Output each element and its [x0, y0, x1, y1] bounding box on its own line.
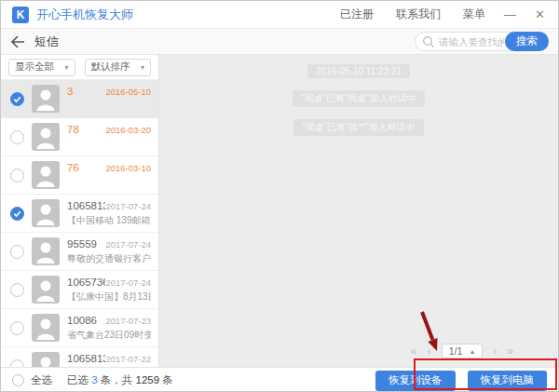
show-all-label: 显示全部 [15, 61, 54, 74]
row-checkbox[interactable] [10, 283, 24, 297]
title-bar: K 开心手机恢复大师 已注册 联系我们 菜单 — ✕ [1, 1, 558, 29]
check-icon [12, 94, 22, 104]
app-logo-icon: K [12, 7, 29, 23]
select-all-label[interactable]: 全选 [31, 373, 52, 387]
date: 2016-03-10 [105, 163, 151, 173]
date: 2016-03-20 [105, 125, 151, 135]
list-item[interactable]: 762016-03-10 [1, 156, 158, 195]
search-input[interactable] [439, 36, 506, 47]
list-item[interactable]: 32016-05-10 [1, 80, 158, 118]
date: 2016-05-10 [105, 87, 151, 97]
footer-bar: 全选 已选 3 条，共 1259 条 恢复到设备 恢复到电脑 [1, 367, 558, 392]
list-item[interactable]: 10658139127...2017-07-22 [1, 347, 158, 367]
row-text: 32016-05-10 [60, 80, 158, 117]
row-checkbox[interactable] [10, 245, 24, 259]
avatar [32, 352, 60, 367]
filter-row: 显示全部 ▾ 默认排序 ▾ [1, 55, 158, 80]
list-item[interactable]: 10657368686...2017-07-24 【弘康中国】8月13日赴瑞士.… [1, 271, 158, 309]
row-checkbox[interactable] [10, 359, 24, 368]
row-text: 100862017-07-23 省气象台23日09时变更高温... [60, 309, 158, 346]
search-button[interactable]: 搜索 [505, 32, 549, 51]
avatar [32, 85, 60, 113]
sender: 3 [67, 86, 73, 97]
chevron-down-icon: ▾ [64, 63, 68, 72]
app-window: K 开心手机恢复大师 已注册 联系我们 菜单 — ✕ 短信 搜索 显示全部 ▾ [0, 0, 559, 392]
sender: 95559 [67, 238, 97, 250]
pagination: « ‹ 1/1 ▲ › » [411, 344, 513, 358]
avatar [32, 276, 60, 304]
contact-us-link[interactable]: 联系我们 [396, 7, 441, 22]
system-message-bubble: “同桌”已将“同桌”加入对话中 [293, 90, 424, 107]
select-all-checkbox[interactable] [12, 374, 24, 386]
message-preview: 尊敬的交通银行客户，特邀... [67, 252, 151, 265]
sort-label: 默认排序 [91, 61, 130, 74]
check-icon [12, 209, 22, 219]
row-text: 10658139127...2017-07-24 【中国移动 139邮箱】139… [60, 195, 158, 232]
message-preview: 【弘康中国】8月13日赴瑞士... [67, 291, 151, 304]
first-page-icon[interactable]: « [411, 345, 417, 357]
back-button[interactable] [10, 35, 25, 48]
row-text: 10657368686...2017-07-24 【弘康中国】8月13日赴瑞士.… [60, 271, 158, 308]
message-preview: 【中国移动 139邮箱】139邮... [67, 214, 151, 227]
date: 2017-07-24 [105, 201, 151, 211]
row-text: 955592017-07-24 尊敬的交通银行客户，特邀... [60, 233, 158, 270]
row-text: 10658139127...2017-07-22 [60, 347, 158, 367]
date: 2017-07-24 [105, 239, 151, 250]
message-preview: 省气象台23日09时变更高温... [67, 329, 151, 342]
sender: 78 [67, 124, 79, 135]
selection-summary: 已选 3 条，共 1259 条 [67, 373, 173, 387]
avatar [32, 314, 60, 342]
row-text: 762016-03-10 [60, 156, 158, 194]
row-checkbox-checked[interactable] [10, 92, 24, 106]
avatar [32, 123, 60, 151]
page-indicator: 1/1 [449, 345, 463, 357]
timestamp-bubble: 2016-05-10 11:23:21 [307, 64, 410, 78]
next-page-icon[interactable]: › [493, 345, 497, 357]
restore-to-device-button[interactable]: 恢复到设备 [375, 371, 456, 391]
row-checkbox[interactable] [10, 169, 24, 182]
toolbar: 短信 搜索 [1, 29, 558, 55]
search-box: 搜索 [415, 32, 549, 51]
prev-page-icon[interactable]: ‹ [428, 345, 431, 357]
date: 2017-07-22 [105, 354, 151, 364]
system-message-bubble: “同桌”已将“徐**”加入对话中 [293, 119, 423, 136]
row-checkbox-checked[interactable] [10, 207, 24, 221]
list-item[interactable]: 782016-03-20 [1, 118, 158, 156]
sender: 76 [67, 162, 79, 173]
sort-dropdown[interactable]: 默认排序 ▾ [85, 59, 152, 76]
row-checkbox[interactable] [10, 130, 24, 144]
minimize-icon[interactable]: — [504, 8, 516, 20]
conversation-list: 32016-05-10 782016-03-20 762016-03-10 [1, 80, 158, 367]
sender: 10657368686... [67, 277, 105, 288]
search-icon [422, 35, 435, 48]
show-all-dropdown[interactable]: 显示全部 ▾ [8, 59, 75, 76]
avatar [32, 199, 60, 227]
row-checkbox[interactable] [10, 321, 24, 335]
message-list-pane: 显示全部 ▾ 默认排序 ▾ 32016-05-10 [1, 55, 159, 367]
total-count: 1259 [136, 374, 160, 385]
menu-link[interactable]: 菜单 [463, 7, 485, 22]
page-selector[interactable]: 1/1 ▲ [442, 344, 484, 358]
row-text: 782016-03-20 [60, 118, 158, 155]
date: 2017-07-23 [105, 316, 151, 326]
close-icon[interactable]: ✕ [535, 8, 545, 20]
avatar [32, 237, 60, 265]
list-item[interactable]: 100862017-07-23 省气象台23日09时变更高温... [1, 309, 158, 347]
avatar [32, 161, 60, 189]
sender: 10658139127... [67, 353, 105, 364]
registered-link[interactable]: 已注册 [340, 7, 374, 22]
body-area: 显示全部 ▾ 默认排序 ▾ 32016-05-10 [1, 55, 558, 367]
list-item[interactable]: 10658139127...2017-07-24 【中国移动 139邮箱】139… [1, 195, 158, 233]
last-page-icon[interactable]: » [507, 345, 513, 357]
app-title: 开心手机恢复大师 [36, 7, 133, 23]
restore-to-pc-button[interactable]: 恢复到电脑 [468, 371, 548, 391]
conversation-view: 2016-05-10 11:23:21 “同桌”已将“同桌”加入对话中 “同桌”… [159, 55, 558, 136]
date: 2017-07-24 [105, 277, 151, 288]
message-detail-pane: 2016-05-10 11:23:21 “同桌”已将“同桌”加入对话中 “同桌”… [159, 55, 558, 367]
list-item[interactable]: 955592017-07-24 尊敬的交通银行客户，特邀... [1, 233, 158, 271]
back-arrow-icon [10, 35, 25, 48]
sender: 10086 [67, 315, 97, 326]
page-title: 短信 [34, 34, 59, 50]
chevron-down-icon: ▾ [141, 63, 144, 72]
sender: 10658139127... [67, 200, 105, 211]
